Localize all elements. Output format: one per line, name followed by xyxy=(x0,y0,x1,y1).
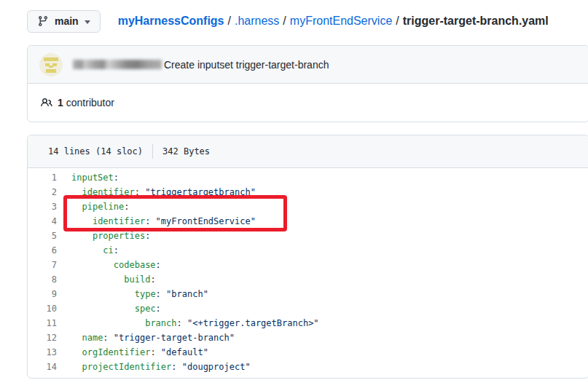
code-text: orgIdentifier: "default" xyxy=(57,345,208,360)
code-text: name: "trigger-target-branch" xyxy=(57,330,235,345)
latest-commit-header: Create inputset trigger-target-branch xyxy=(28,46,588,84)
code-text: identifier: "myFrontEndService" xyxy=(57,214,256,229)
breadcrumb: myHarnessConfigs/.harness/myFrontEndServ… xyxy=(118,15,549,28)
git-branch-icon xyxy=(37,15,49,27)
people-icon xyxy=(41,97,52,108)
code-text: spec: xyxy=(57,301,161,316)
avatar-pattern xyxy=(46,69,56,73)
breadcrumb-filename: trigger-target-branch.yaml xyxy=(403,15,549,27)
breadcrumb-separator: / xyxy=(396,15,399,27)
breadcrumb-dir-link[interactable]: .harness xyxy=(235,15,279,27)
code-line: 1inputSet: xyxy=(28,170,588,185)
branch-name: main xyxy=(55,15,79,27)
line-number[interactable]: 1 xyxy=(28,170,57,185)
commit-box: Create inputset trigger-target-branch 1 … xyxy=(27,45,588,122)
breadcrumb-separator: / xyxy=(283,15,286,27)
code-line: 3 pipeline: xyxy=(28,199,588,214)
contributor-count: 1 xyxy=(58,97,63,108)
code-text: build: xyxy=(57,272,156,287)
line-number[interactable]: 10 xyxy=(28,301,57,316)
branch-selector-button[interactable]: main xyxy=(27,10,101,33)
line-number[interactable]: 4 xyxy=(28,214,57,229)
line-number[interactable]: 13 xyxy=(28,345,57,360)
code-line: 9 type: "branch" xyxy=(28,287,588,301)
file-lines-info: 14 lines (14 sloc) xyxy=(48,146,143,157)
contributor-label: contributor xyxy=(66,97,114,108)
code-line: 10 spec: xyxy=(28,301,588,316)
line-number[interactable]: 9 xyxy=(28,287,57,301)
code-text: properties: xyxy=(57,229,150,243)
code-line: 13 orgIdentifier: "default" xyxy=(28,345,588,360)
line-number[interactable]: 6 xyxy=(28,243,57,258)
file-view: main myHarnessConfigs/.harness/myFrontEn… xyxy=(27,0,588,379)
code-line: 8 build: xyxy=(28,272,588,287)
code-line: 14 projectIdentifier: "dougproject" xyxy=(28,360,588,374)
chevron-down-icon xyxy=(85,20,90,24)
code-line: 12 name: "trigger-target-branch" xyxy=(28,330,588,345)
code-line: 6 ci: xyxy=(28,243,588,258)
code-line: 7 codebase: xyxy=(28,258,588,272)
breadcrumb-dir-link[interactable]: myFrontEndService xyxy=(290,15,393,27)
file-content-box: 14 lines (14 sloc) 342 Bytes 1inputSet:2… xyxy=(27,135,588,379)
code-text: type: "branch" xyxy=(57,287,208,301)
line-number[interactable]: 14 xyxy=(28,360,57,374)
line-number[interactable]: 11 xyxy=(28,316,57,330)
breadcrumb-bar: main myHarnessConfigs/.harness/myFrontEn… xyxy=(27,9,588,33)
code-viewer: 1inputSet:2 identifier: "triggertargetbr… xyxy=(28,168,588,378)
avatar-pattern xyxy=(49,66,53,68)
code-text: projectIdentifier: "dougproject" xyxy=(57,360,251,374)
file-meta-header: 14 lines (14 sloc) 342 Bytes xyxy=(28,135,588,168)
divider xyxy=(152,144,153,159)
code-text: codebase: xyxy=(57,258,161,272)
line-number[interactable]: 2 xyxy=(28,185,57,199)
code-text: pipeline: xyxy=(57,199,129,214)
breadcrumb-separator: / xyxy=(228,15,231,27)
code-line: 4 identifier: "myFrontEndService" xyxy=(28,214,588,229)
code-line: 11 branch: "<+trigger.targetBranch>" xyxy=(28,316,588,330)
avatar-pattern xyxy=(44,58,58,61)
file-size: 342 Bytes xyxy=(162,146,210,157)
code-line: 2 identifier: "triggertargetbranch" xyxy=(28,185,588,199)
contributors-row[interactable]: 1 contributor xyxy=(28,84,588,122)
line-number[interactable]: 3 xyxy=(28,199,57,214)
code-text: branch: "<+trigger.targetBranch>" xyxy=(57,316,319,330)
commit-message[interactable]: Create inputset trigger-target-branch xyxy=(164,59,329,71)
line-number[interactable]: 8 xyxy=(28,272,57,287)
line-number[interactable]: 7 xyxy=(28,258,57,272)
line-number[interactable]: 5 xyxy=(28,229,57,243)
code-text: identifier: "triggertargetbranch" xyxy=(57,185,256,199)
line-number[interactable]: 12 xyxy=(28,330,57,345)
code-text: ci: xyxy=(57,243,119,258)
code-text: inputSet: xyxy=(57,170,119,185)
commit-author-redacted[interactable] xyxy=(73,60,162,69)
avatar[interactable] xyxy=(39,53,63,76)
breadcrumb-repo-link[interactable]: myHarnessConfigs xyxy=(118,15,224,27)
code-line: 5 properties: xyxy=(28,229,588,243)
